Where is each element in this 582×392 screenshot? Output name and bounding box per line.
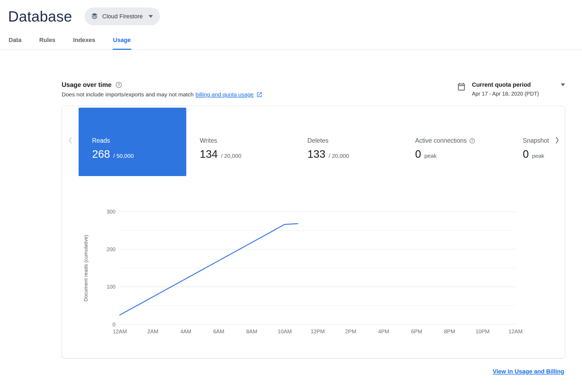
metric-reads[interactable]: Reads 268 / 50,000 [79,108,186,176]
footer: View in Usage and Billing [0,368,582,375]
metric-reads-limit: / 50,000 [113,153,134,159]
page-header: Database Cloud Firestore [0,0,582,25]
metric-snapshot-listeners-label: Snapshot listeners [523,137,550,144]
svg-text:12AM: 12AM [113,328,127,334]
chevron-down-icon [561,83,565,86]
metric-deletes-value: 133 [307,148,325,160]
svg-text:4AM: 4AM [180,328,191,334]
tab-data[interactable]: Data [8,29,22,50]
svg-text:12AM: 12AM [509,328,523,334]
metric-writes-value: 134 [200,148,218,160]
external-link-icon [255,92,262,98]
chevron-left-icon [68,136,72,144]
metrics-scroll-left-button[interactable] [62,106,79,174]
metric-writes-label: Writes [200,137,294,144]
metric-writes[interactable]: Writes 134 / 20,000 [186,108,294,176]
tab-indexes-label: Indexes [73,37,95,43]
usage-description-text: Does not include imports/exports and may… [62,91,194,98]
tab-bar: Data Rules Indexes Usage [0,29,582,50]
metric-active-connections-unit: peak [424,153,437,159]
svg-text:300: 300 [107,209,115,215]
svg-text:2AM: 2AM [147,328,158,334]
product-selector-label: Cloud Firestore [102,13,143,20]
usage-over-time-title: Usage over time [62,81,111,89]
metric-snapshot-listeners-unit: peak [532,153,544,159]
tab-usage-label: Usage [113,37,131,43]
quota-period-selector[interactable]: Current quota period Apr 17 - Apr 18, 20… [457,81,565,97]
tab-data-label: Data [9,37,22,43]
metric-active-connections-label: Active connections [415,137,467,144]
usage-section-header: Usage over time ? Does not include impor… [0,81,582,98]
svg-text:4PM: 4PM [378,328,389,334]
metric-reads-label: Reads [92,137,186,144]
billing-quota-usage-link[interactable]: billing and quota usage [195,91,254,98]
tab-rules[interactable]: Rules [39,29,56,50]
svg-text:8AM: 8AM [246,328,257,334]
tab-indexes[interactable]: Indexes [73,29,96,50]
metric-deletes-label: Deletes [307,137,402,144]
page-title: Database [8,8,72,25]
metric-cards-strip: Reads 268 / 50,000 Writes 134 / 20,000 D… [79,108,550,176]
svg-text:Document reads (cumulative): Document reads (cumulative) [83,235,89,302]
metric-deletes[interactable]: Deletes 133 / 20,000 [294,108,402,176]
metric-active-connections[interactable]: Active connections ? 0 peak [402,108,509,176]
chevron-right-icon [555,136,559,144]
chevron-down-icon [149,15,153,18]
help-icon[interactable]: ? [469,138,475,144]
metric-deletes-limit: / 20,000 [329,153,349,159]
svg-text:200: 200 [107,246,115,252]
quota-period-label: Current quota period [472,81,531,89]
metrics-scroll-right-button[interactable] [550,106,565,174]
metric-reads-value: 268 [92,148,110,160]
view-usage-billing-link[interactable]: View in Usage and Billing [493,368,564,375]
metrics-row: Reads 268 / 50,000 Writes 134 / 20,000 D… [62,106,565,177]
metric-writes-limit: / 20,000 [221,153,241,159]
svg-text:100: 100 [107,284,115,290]
tab-usage[interactable]: Usage [113,29,131,50]
tab-rules-label: Rules [39,37,55,43]
firestore-usage-page: Database Cloud Firestore Data Rules Inde… [0,0,582,375]
usage-title-block: Usage over time ? Does not include impor… [62,81,262,98]
help-icon[interactable]: ? [116,82,122,88]
usage-card: Reads 268 / 50,000 Writes 134 / 20,000 D… [62,106,565,358]
svg-text:6PM: 6PM [411,328,422,334]
product-selector[interactable]: Cloud Firestore [85,8,160,25]
quota-period-text: Current quota period Apr 17 - Apr 18, 20… [472,81,565,97]
metric-snapshot-listeners-value: 0 [523,148,529,160]
metric-active-connections-value: 0 [415,148,421,160]
usage-chart: 010020030012AM2AM4AM6AM8AM10AM12PM2PM4PM… [62,192,565,343]
svg-text:10AM: 10AM [278,328,292,334]
quota-period-range: Apr 17 - Apr 18, 2020 (PDT) [472,91,565,97]
calendar-icon [457,81,466,97]
svg-text:12PM: 12PM [311,328,325,334]
svg-text:2PM: 2PM [345,328,356,334]
svg-text:10PM: 10PM [475,328,489,334]
svg-text:8PM: 8PM [444,328,455,334]
metric-snapshot-listeners[interactable]: Snapshot listeners 0 peak [509,108,550,176]
firestore-icon [90,12,99,20]
svg-text:0: 0 [113,321,115,327]
usage-description: Does not include imports/exports and may… [62,91,262,98]
svg-text:6AM: 6AM [213,328,224,334]
